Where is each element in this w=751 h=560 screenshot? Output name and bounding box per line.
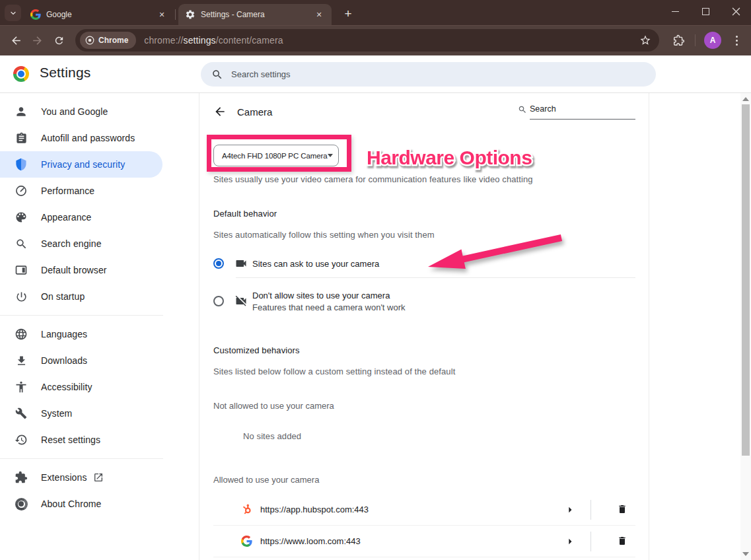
back-arrow-button[interactable] xyxy=(213,105,227,118)
site-url: https://app.hubspot.com:443 xyxy=(260,505,635,514)
annotation-label: Hardware Options xyxy=(365,142,577,174)
scrollbar-up-arrow[interactable] xyxy=(742,97,749,101)
close-icon xyxy=(732,7,740,16)
radio-option-label: Don't allow sites to use your camera Fea… xyxy=(252,291,406,312)
download-icon xyxy=(15,354,28,367)
radio-option-block[interactable]: Don't allow sites to use your camera Fea… xyxy=(213,287,635,316)
camera-device-dropdown[interactable]: A4tech FHD 1080P PC Camera xyxy=(213,145,339,166)
camera-device-value: A4tech FHD 1080P PC Camera xyxy=(222,152,328,160)
customized-behaviors-description: Sites listed below follow a custom setti… xyxy=(213,367,455,376)
tab-close-icon[interactable]: ✕ xyxy=(313,9,325,20)
radio-unselected-icon[interactable] xyxy=(213,296,224,306)
search-icon xyxy=(518,105,527,114)
settings-search[interactable]: Search settings xyxy=(201,62,656,87)
search-icon xyxy=(15,237,28,250)
page-search-field[interactable]: Search xyxy=(518,102,635,120)
window-titlebar: Google ✕ Settings - Camera ✕ + xyxy=(0,0,751,25)
window-controls xyxy=(660,0,751,22)
sidebar-item-about-chrome[interactable]: About Chrome xyxy=(0,491,162,517)
dropdown-caret-icon xyxy=(328,154,333,157)
address-bar[interactable]: Chrome chrome://settings/content/camera xyxy=(75,29,659,52)
site-url: https://www.loom.com:443 xyxy=(260,536,635,546)
sidebar-item-you-and-google[interactable]: You and Google xyxy=(0,98,162,125)
maximize-button[interactable] xyxy=(690,0,721,22)
page-scrollbar[interactable] xyxy=(740,93,751,560)
hubspot-icon xyxy=(241,504,252,515)
scrollbar-down-arrow[interactable] xyxy=(742,552,749,556)
sidebar-item-extensions[interactable]: Extensions xyxy=(0,464,162,491)
settings-title: Settings xyxy=(40,65,90,81)
customized-behaviors-heading: Customized behaviors xyxy=(213,345,300,355)
puzzle-icon xyxy=(15,471,28,484)
new-tab-button[interactable]: + xyxy=(340,5,357,22)
settings-header: Settings Search settings xyxy=(0,55,751,93)
tab-separator xyxy=(175,9,176,20)
sidebar-item-performance[interactable]: Performance xyxy=(0,178,162,204)
history-icon xyxy=(15,433,28,446)
camera-description: Sites usually use your video camera for … xyxy=(213,174,533,184)
extensions-button[interactable] xyxy=(671,33,686,48)
browser-menu-button[interactable] xyxy=(733,33,740,48)
sidebar-item-privacy-security[interactable]: Privacy and security xyxy=(0,151,162,178)
sidebar-item-languages[interactable]: Languages xyxy=(0,321,162,347)
videocam-off-icon xyxy=(234,295,248,308)
browser-window: Google ✕ Settings - Camera ✕ + xyxy=(0,0,751,560)
tab-google[interactable]: Google ✕ xyxy=(24,4,174,25)
back-button[interactable] xyxy=(9,33,23,48)
shield-icon xyxy=(15,158,28,171)
google-favicon xyxy=(30,9,41,20)
sidebar-item-default-browser[interactable]: Default browser xyxy=(0,257,162,283)
accessibility-icon xyxy=(15,380,28,394)
chevron-right-icon[interactable] xyxy=(563,503,577,516)
chrome-badge-label: Chrome xyxy=(98,36,128,45)
clipboard-icon xyxy=(15,131,28,145)
minimize-button[interactable] xyxy=(660,0,690,22)
globe-icon xyxy=(15,328,28,341)
site-row-hubspot: https://app.hubspot.com:443 xyxy=(213,494,635,526)
sidebar-item-downloads[interactable]: Downloads xyxy=(0,347,162,374)
settings-sidebar: You and Google Autofill and passwords Pr… xyxy=(0,93,199,560)
delete-site-button[interactable] xyxy=(612,504,633,514)
browser-window-icon xyxy=(15,263,28,277)
sidebar-divider xyxy=(0,315,163,316)
radio-option-label: Sites can ask to use your camera xyxy=(252,259,379,269)
url-text: chrome://settings/content/camera xyxy=(144,35,283,46)
sidebar-item-reset-settings[interactable]: Reset settings xyxy=(0,427,162,453)
sidebar-item-on-startup[interactable]: On startup xyxy=(0,283,162,310)
tab-title: Settings - Camera xyxy=(201,10,313,19)
power-icon xyxy=(15,290,28,303)
sidebar-item-search-engine[interactable]: Search engine xyxy=(0,230,162,257)
radio-selected-icon[interactable] xyxy=(213,258,224,269)
close-button[interactable] xyxy=(721,0,751,22)
bookmark-button[interactable] xyxy=(639,34,651,49)
google-icon xyxy=(241,536,252,547)
row-divider xyxy=(236,277,635,278)
scrollbar-thumb[interactable] xyxy=(742,104,750,456)
chrome-badge[interactable]: Chrome xyxy=(80,32,136,49)
tab-search-button[interactable] xyxy=(5,5,21,21)
videocam-icon xyxy=(234,257,248,270)
profile-avatar[interactable]: A xyxy=(704,32,721,49)
minimize-icon xyxy=(672,11,679,12)
forward-button[interactable] xyxy=(30,33,44,48)
chrome-logo-gray-icon xyxy=(15,497,28,510)
delete-site-button[interactable] xyxy=(612,536,633,546)
reload-icon xyxy=(54,35,65,46)
not-allowed-label: Not allowed to use your camera xyxy=(213,401,334,411)
tab-settings-camera[interactable]: Settings - Camera ✕ xyxy=(178,4,332,25)
page-title: Camera xyxy=(237,106,272,118)
allowed-sites-list: https://app.hubspot.com:443 https://www.… xyxy=(213,494,635,557)
sidebar-item-accessibility[interactable]: Accessibility xyxy=(0,374,162,400)
trash-icon xyxy=(617,504,627,514)
chevron-right-icon[interactable] xyxy=(563,535,577,548)
svg-text:Hardware Options: Hardware Options xyxy=(367,147,532,168)
sidebar-item-system[interactable]: System xyxy=(0,400,162,427)
back-icon xyxy=(10,34,22,47)
sidebar-item-appearance[interactable]: Appearance xyxy=(0,204,162,230)
reload-button[interactable] xyxy=(52,33,66,48)
no-sites-added-text: No sites added xyxy=(243,431,301,441)
page-search-label: Search xyxy=(530,104,556,114)
radio-option-allow[interactable]: Sites can ask to use your camera xyxy=(213,250,635,277)
tab-close-icon[interactable]: ✕ xyxy=(156,9,168,20)
sidebar-item-autofill[interactable]: Autofill and passwords xyxy=(0,125,162,151)
